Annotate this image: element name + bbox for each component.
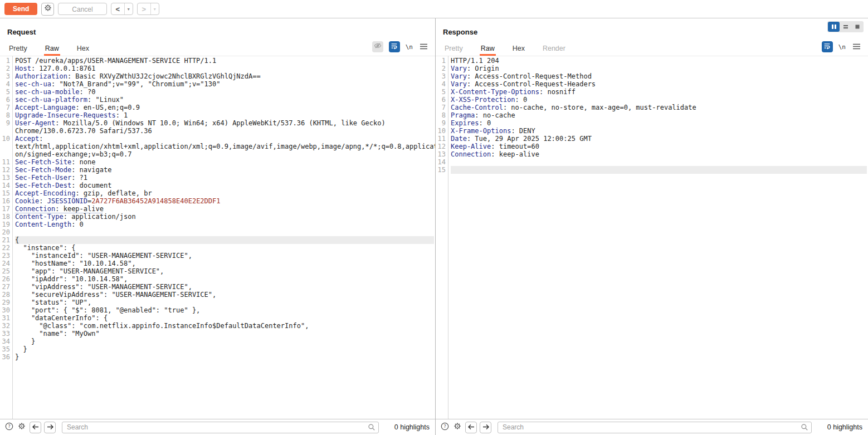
code-line[interactable]: 9Expires: 0 (451, 119, 868, 127)
tab-render[interactable]: Render (542, 45, 567, 56)
search-help-button[interactable]: ? (440, 422, 450, 432)
code-line[interactable]: 1HTTP/1.1 204 (451, 57, 868, 65)
code-line[interactable]: 11Date: Tue, 29 Apr 2025 12:00:25 GMT (451, 135, 868, 143)
gutter-divider (448, 56, 448, 419)
code-line[interactable]: 2Host: 127.0.0.1:8761 (15, 65, 435, 72)
code-line[interactable]: 15 (448, 166, 867, 174)
code-line[interactable]: 34 } (15, 338, 435, 345)
code-line[interactable]: text/html,application/xhtml+xml,applicat… (15, 143, 435, 150)
show-newlines-toggle[interactable]: \n (838, 43, 846, 51)
layout-rows-button[interactable] (840, 22, 851, 32)
code-line[interactable]: 4sec-ch-ua: "Not?A_Brand";v="99", "Chrom… (15, 80, 435, 88)
code-line[interactable]: 31 "dataCenterInfo": { (15, 314, 435, 322)
code-line[interactable]: 33 "name": "MyOwn" (15, 330, 435, 338)
code-line[interactable]: 32 "@class": "com.netflix.appinfo.Instan… (15, 322, 435, 330)
response-viewer[interactable]: 1HTTP/1.1 2042Vary: Origin3Vary: Access-… (436, 56, 868, 419)
send-button[interactable]: Send (4, 3, 37, 15)
code-line[interactable]: 12Keep-Alive: timeout=60 (451, 143, 868, 150)
code-line[interactable]: 26 "ipAddr": "10.10.14.58", (15, 275, 435, 283)
code-line[interactable]: 7Cache-Control: no-cache, no-store, max-… (451, 104, 868, 111)
tab-pretty[interactable]: Pretty (443, 45, 464, 56)
tab-raw[interactable]: Raw (44, 45, 60, 56)
tab-hex[interactable]: Hex (511, 45, 526, 56)
line-text: "port": { "$": 8081, "@enabled": "true" … (15, 306, 200, 314)
arrow-right-icon (47, 422, 53, 432)
code-line[interactable]: 30 "port": { "$": 8081, "@enabled": "tru… (15, 306, 435, 314)
forward-dropdown-button[interactable]: ▼ (150, 3, 159, 14)
code-line[interactable]: 5sec-ch-ua-mobile: ?0 (15, 88, 435, 96)
tab-raw[interactable]: Raw (480, 45, 496, 56)
line-number: 10 (0, 135, 10, 143)
request-search-input[interactable] (62, 422, 379, 433)
code-line[interactable]: 17Connection: keep-alive (15, 205, 435, 213)
code-line[interactable]: 13Connection: keep-alive (451, 150, 868, 158)
code-line[interactable]: 14Sec-Fetch-Dest: document (15, 182, 435, 189)
tab-hex[interactable]: Hex (76, 45, 90, 56)
line-number: 5 (436, 88, 446, 96)
back-button[interactable]: < (111, 3, 124, 14)
search-next-button[interactable] (480, 422, 491, 433)
code-line[interactable]: 23 "instanceId": "USER-MANAGEMENT-SERVIC… (15, 252, 435, 260)
code-line[interactable]: 20 (15, 228, 435, 236)
code-line[interactable]: Chrome/130.0.6723.70 Safari/537.36 (15, 127, 435, 135)
layout-columns-button[interactable] (828, 22, 840, 32)
send-settings-button[interactable] (41, 3, 54, 16)
search-next-button[interactable] (44, 422, 56, 433)
search-help-button[interactable]: ? (4, 422, 14, 432)
layout-single-button[interactable] (851, 22, 863, 32)
code-line[interactable]: 10X-Frame-Options: DENY (451, 127, 868, 135)
search-settings-button[interactable] (452, 422, 462, 432)
code-line[interactable]: 8Pragma: no-cache (451, 111, 868, 119)
code-line[interactable]: 5X-Content-Type-Options: nosniff (451, 88, 868, 96)
code-line[interactable]: 1POST /eureka/apps/USER-MANAGEMENT-SERVI… (15, 57, 435, 65)
code-line[interactable]: 7Accept-Language: en-US,en;q=0.9 (15, 104, 435, 111)
back-dropdown-button[interactable]: ▼ (124, 3, 133, 14)
word-wrap-toggle[interactable] (389, 41, 400, 52)
code-line[interactable]: 22 "instance": { (15, 244, 435, 252)
code-line[interactable]: 10Accept: (15, 135, 435, 143)
code-line[interactable]: 15Accept-Encoding: gzip, deflate, br (15, 189, 435, 197)
request-menu-button[interactable] (418, 42, 428, 52)
hide-nonprintable-button[interactable] (372, 41, 383, 52)
code-line[interactable]: 29 "status": "UP", (15, 299, 435, 306)
code-line[interactable]: 11Sec-Fetch-Site: none (15, 158, 435, 166)
code-line[interactable]: 18Content-Type: application/json (15, 213, 435, 221)
response-menu-button[interactable] (851, 42, 861, 52)
request-editor[interactable]: 1POST /eureka/apps/USER-MANAGEMENT-SERVI… (0, 56, 435, 419)
line-number: 1 (0, 57, 10, 65)
code-line[interactable]: 4Vary: Access-Control-Request-Headers (451, 80, 868, 88)
line-number: 10 (436, 127, 446, 135)
search-icon (368, 423, 376, 433)
code-line[interactable]: 35 } (15, 345, 435, 353)
code-line[interactable]: 12Sec-Fetch-Mode: navigate (15, 166, 435, 174)
code-line[interactable]: 28 "secureVipAddress": "USER-MANAGEMENT-… (15, 291, 435, 299)
response-search-input[interactable] (498, 422, 812, 433)
word-wrap-toggle[interactable] (822, 41, 833, 52)
code-line[interactable]: 3Vary: Access-Control-Request-Method (451, 72, 868, 80)
code-line[interactable]: 14 (451, 158, 868, 166)
code-line[interactable]: 21{ (13, 236, 434, 244)
line-text: "hostName": "10.10.14.58", (15, 260, 136, 267)
code-line[interactable]: 6X-XSS-Protection: 0 (451, 96, 868, 104)
forward-button[interactable]: > (138, 3, 150, 14)
code-line[interactable]: 6sec-ch-ua-platform: "Linux" (15, 96, 435, 104)
line-text: Accept: (15, 135, 43, 143)
code-line[interactable]: 25 "app": "USER-MANAGEMENT-SERVICE", (15, 267, 435, 275)
show-newlines-toggle[interactable]: \n (406, 43, 413, 51)
code-line[interactable]: on/signed-exchange;v=b3;q=0.7 (15, 150, 435, 158)
code-line[interactable]: 3Authorization: Basic RXVyZWthU3J2cjowc2… (15, 72, 435, 80)
search-prev-button[interactable] (465, 422, 477, 433)
code-line[interactable]: 8Upgrade-Insecure-Requests: 1 (15, 111, 435, 119)
code-line[interactable]: 19Content-Length: 0 (15, 221, 435, 228)
cancel-button[interactable]: Cancel (58, 3, 106, 15)
search-prev-button[interactable] (30, 422, 41, 433)
code-line[interactable]: 24 "hostName": "10.10.14.58", (15, 260, 435, 267)
code-line[interactable]: 16Cookie: JSESSIONID=2A727F6AB36452A9148… (15, 197, 435, 205)
search-settings-button[interactable] (17, 422, 27, 432)
code-line[interactable]: 36} (15, 353, 435, 361)
code-line[interactable]: 13Sec-Fetch-User: ?1 (15, 174, 435, 182)
tab-pretty[interactable]: Pretty (8, 45, 28, 56)
code-line[interactable]: 9User-Agent: Mozilla/5.0 (Windows NT 10.… (15, 119, 435, 127)
code-line[interactable]: 27 "vipAddress": "USER-MANAGEMENT-SERVIC… (15, 283, 435, 291)
code-line[interactable]: 2Vary: Origin (451, 65, 868, 72)
